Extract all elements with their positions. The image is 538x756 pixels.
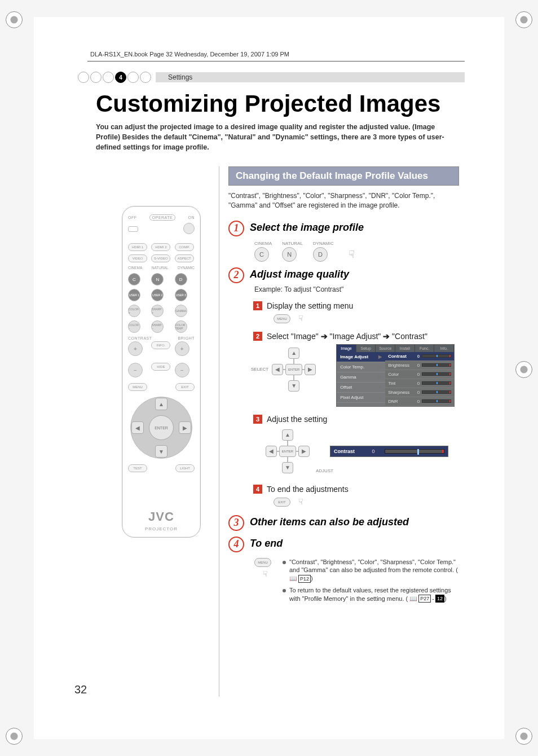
dynamic-button[interactable]: D	[313, 247, 328, 262]
dpad: ▲ ▼ ◀ ▶ ENTER	[130, 397, 192, 459]
cinema-button[interactable]: C	[128, 273, 140, 285]
osd-right-row[interactable]: Tint0	[385, 379, 454, 388]
running-head: DLA-RS1X_EN.book Page 32 Wednesday, Dece…	[90, 51, 289, 58]
osd-right-row[interactable]: Sharpness0	[385, 388, 454, 397]
osd-tab-install[interactable]: Install	[395, 345, 415, 352]
comp-button[interactable]: COMP.	[175, 243, 194, 251]
dpad-right-button[interactable]: ▶	[179, 421, 191, 434]
power-button[interactable]	[183, 223, 195, 234]
dynamic-button[interactable]: D	[175, 273, 187, 285]
book-icon: 📖	[289, 574, 297, 583]
dpad-right-button[interactable]: ▶	[305, 364, 316, 375]
svideo-button[interactable]: S-VIDEO	[151, 254, 170, 262]
osd-tab-setup[interactable]: Setup	[356, 345, 376, 352]
enter-button[interactable]: ENTER	[279, 446, 296, 457]
natural-label: NATURAL	[282, 241, 303, 246]
hdmi1-button[interactable]: HDMI 1	[128, 243, 147, 251]
cinema-button[interactable]: C	[254, 247, 269, 262]
aspect-button[interactable]: ASPECT	[175, 254, 194, 262]
dpad-down-button[interactable]: ▼	[155, 445, 167, 458]
enter-button[interactable]: ENTER	[285, 364, 302, 375]
step-title: Select the image profile	[250, 222, 364, 234]
contrast-minus-button[interactable]: −	[128, 363, 143, 377]
sharp-plus-button[interactable]: SHARP +	[151, 305, 164, 317]
menu-button[interactable]: MENU	[128, 383, 147, 391]
exit-button[interactable]: EXIT	[175, 383, 195, 391]
registration-mark	[6, 11, 23, 28]
info-button[interactable]: INFO.	[151, 341, 170, 349]
dynamic-label: DYNAMIC	[178, 266, 195, 270]
osd-right-row[interactable]: Color0	[385, 370, 454, 379]
osd-tab-image[interactable]: Image	[337, 345, 356, 352]
osd-left-item[interactable]: Offset▶	[337, 383, 385, 393]
menu-button[interactable]: MENU	[274, 314, 290, 323]
dpad-diagram: ▲ ▼ ◀ ▶ ENTER	[262, 426, 313, 477]
exit-button[interactable]: EXIT	[274, 498, 290, 507]
osd-left-item[interactable]: Image Adjust▶	[337, 352, 385, 362]
osd-right-row[interactable]: Contrast0	[385, 352, 454, 361]
bright-plus-button[interactable]: +	[175, 341, 189, 356]
page-number: 32	[74, 683, 87, 696]
menu-button[interactable]: MENU	[254, 558, 271, 567]
contrast-label: CONTRAST	[128, 336, 152, 340]
registration-mark	[515, 728, 532, 745]
dpad-left-button[interactable]: ◀	[272, 364, 283, 375]
contrast-value: 0	[368, 449, 379, 454]
breadcrumb: 4 Settings	[78, 72, 465, 82]
contrast-plus-button[interactable]: +	[128, 341, 143, 356]
dpad-down-button[interactable]: ▼	[288, 380, 299, 392]
color-minus-button[interactable]: COLOR −	[128, 320, 140, 333]
step-2: 2 Adjust image quality	[228, 267, 459, 283]
osd-left-item[interactable]: Gamma▶	[337, 372, 385, 383]
slider-track[interactable]	[385, 449, 444, 454]
dpad-left-button[interactable]: ◀	[131, 421, 144, 434]
colortemp-button[interactable]: COLOR TEMP	[175, 320, 187, 333]
substep-number-icon: 3	[253, 415, 262, 424]
rule	[87, 61, 465, 61]
hide-button[interactable]: HIDE	[151, 363, 170, 371]
sharp-minus-button[interactable]: SHARP −	[151, 320, 164, 333]
bright-label: BRIGHT	[178, 336, 195, 340]
osd-left-item[interactable]: Color Temp.▶	[337, 362, 385, 372]
osd-right-row[interactable]: Brightness0	[385, 361, 454, 370]
osd-tab-info[interactable]: Info.	[434, 345, 454, 352]
substep-3: 3 Adjust the setting	[253, 415, 459, 424]
color-plus-button[interactable]: COLOR +	[128, 305, 140, 317]
dpad-up-button[interactable]: ▲	[282, 429, 293, 441]
dpad-left-button[interactable]: ◀	[266, 446, 277, 457]
osd-left-item[interactable]: Pixel Adjust▶	[337, 393, 385, 403]
osd-tab-func[interactable]: Func.	[415, 345, 435, 352]
user3-button[interactable]: USER 3	[175, 289, 187, 301]
page-title: Customizing Projected Images	[96, 90, 440, 117]
contrast-name: Contrast	[334, 449, 362, 454]
video-button[interactable]: VIDEO	[128, 254, 147, 262]
substep-number-icon: 2	[253, 332, 262, 341]
crumb-step	[127, 72, 139, 83]
dpad-up-button[interactable]: ▲	[155, 398, 167, 410]
natural-button[interactable]: N	[282, 247, 297, 262]
osd-tab-source[interactable]: Source	[376, 345, 395, 352]
user1-button[interactable]: USER 1	[128, 289, 140, 301]
hdmi2-button[interactable]: HDMI 2	[151, 243, 170, 251]
osd-right-row[interactable]: DNR0	[385, 397, 454, 406]
arrow-icon: ➔	[321, 332, 328, 341]
bright-minus-button[interactable]: −	[175, 363, 189, 377]
user2-button[interactable]: USER 2	[151, 289, 164, 301]
on-label: ON	[188, 216, 195, 219]
substep-4: 4 To end the adjustments	[253, 485, 459, 494]
hand-pointer-icon: ☟	[298, 314, 303, 323]
dpad-right-button[interactable]: ▶	[298, 446, 310, 457]
dpad-diagram: ▲ ▼ ◀ ▶ ENTER	[268, 344, 319, 395]
gamma-button[interactable]: GAMMA	[175, 305, 187, 317]
cinema-label: CINEMA	[254, 241, 272, 246]
operate-label: OPERATE	[149, 214, 175, 221]
enter-button[interactable]: ENTER	[149, 415, 174, 440]
intro-text: You can adjust the projected image to a …	[96, 122, 459, 152]
crumb-step	[78, 72, 89, 83]
dpad-down-button[interactable]: ▼	[282, 462, 293, 473]
test-button[interactable]: TEST	[128, 464, 147, 472]
arrow-icon: ➔	[383, 332, 390, 341]
dpad-up-button[interactable]: ▲	[288, 348, 299, 359]
natural-button[interactable]: N	[151, 273, 164, 285]
light-button[interactable]: LIGHT	[175, 464, 195, 472]
